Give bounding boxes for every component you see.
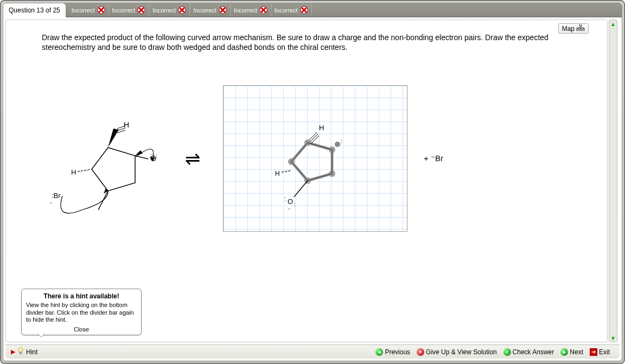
svg-rect-7 <box>576 29 578 30</box>
hint-popup-body: View the hint by clicking on the bottom … <box>26 302 137 324</box>
check-icon: ✓ <box>503 348 511 356</box>
attempt-label: Incorrect <box>275 7 298 14</box>
expand-triangle-icon: ▶ <box>11 348 15 355</box>
exit-button[interactable]: ➔ Exit <box>590 348 610 356</box>
incorrect-x-icon <box>219 6 227 14</box>
svg-text:H: H <box>275 170 280 177</box>
svg-text::Br: :Br <box>52 191 61 200</box>
check-label: Check Answer <box>513 348 554 356</box>
attempt-label: Incorrect <box>234 7 257 14</box>
question-tab-label: Question 13 of 25 <box>9 7 60 14</box>
reactant-structure: H O : .. H :Br .. <box>44 101 185 242</box>
previous-button[interactable]: ◄ Previous <box>375 348 410 356</box>
svg-rect-6 <box>579 24 582 26</box>
hint-popup: There is a hint available! View the hint… <box>21 289 142 335</box>
hint-popup-close[interactable]: Close <box>26 326 137 333</box>
hint-label: Hint <box>26 348 37 356</box>
svg-line-22 <box>78 171 80 172</box>
svg-text::: : <box>156 153 157 159</box>
giveup-label: Give Up & View Solution <box>426 348 497 356</box>
attempt-tab-3[interactable]: Incorrect <box>149 4 190 17</box>
vertical-scrollbar[interactable]: ▲ ▼ <box>609 20 617 342</box>
question-tab[interactable]: Question 13 of 25 <box>3 3 66 17</box>
bottom-bar: ▶ Hint ◄ Previous ✕ Give Up & View Solut… <box>5 344 620 359</box>
svg-line-46 <box>285 171 287 172</box>
content-area: Map Draw the expected product of the fol… <box>5 20 608 342</box>
attempt-label: Incorrect <box>193 7 216 14</box>
previous-label: Previous <box>385 348 410 356</box>
svg-marker-11 <box>108 129 119 148</box>
tab-row: Question 13 of 25 Incorrect Incorrect In… <box>3 3 622 17</box>
svg-rect-54 <box>20 352 22 354</box>
check-answer-button[interactable]: ✓ Check Answer <box>503 348 554 356</box>
sitemap-icon <box>576 24 585 33</box>
svg-text:H: H <box>71 168 76 176</box>
attempt-tab-6[interactable]: Incorrect <box>271 4 312 17</box>
incorrect-x-icon <box>178 6 186 14</box>
attempt-tab-4[interactable]: Incorrect <box>190 4 231 17</box>
equilibrium-arrow-icon: ⇌ <box>185 148 200 169</box>
svg-rect-9 <box>583 29 585 30</box>
incorrect-x-icon <box>300 6 308 14</box>
svg-point-42 <box>335 142 340 147</box>
scroll-down-icon[interactable]: ▼ <box>609 334 617 342</box>
attempt-tab-2[interactable]: Incorrect <box>109 4 150 17</box>
svg-text:H: H <box>319 124 324 132</box>
svg-line-30 <box>98 191 108 210</box>
attempt-label: Incorrect <box>72 7 95 14</box>
lightbulb-icon <box>17 347 24 356</box>
attempt-tab-1[interactable]: Incorrect <box>68 4 109 17</box>
svg-point-53 <box>18 348 23 353</box>
map-label: Map <box>562 25 575 33</box>
svg-line-23 <box>81 170 83 171</box>
scroll-up-icon[interactable]: ▲ <box>609 20 617 28</box>
svg-line-25 <box>87 169 90 170</box>
svg-marker-31 <box>291 143 332 181</box>
svg-text:..: .. <box>288 205 291 210</box>
question-prompt: Draw the expected product of the followi… <box>42 33 569 52</box>
map-button[interactable]: Map <box>558 23 589 34</box>
svg-text::: : <box>284 196 286 202</box>
svg-line-24 <box>84 170 86 171</box>
hint-toggle[interactable]: ▶ Hint <box>5 347 43 356</box>
svg-line-45 <box>282 171 284 173</box>
nav-buttons: ◄ Previous ✕ Give Up & View Solution ✓ C… <box>375 348 620 356</box>
drawing-canvas[interactable]: H : H O : : .. <box>223 85 407 232</box>
byproduct-text: + ⁻Br <box>424 154 443 163</box>
svg-rect-8 <box>579 29 582 30</box>
incorrect-x-icon <box>97 6 105 14</box>
incorrect-x-icon <box>137 6 145 14</box>
svg-line-47 <box>288 170 290 171</box>
next-button[interactable]: ► Next <box>560 348 583 356</box>
attempt-label: Incorrect <box>112 7 136 14</box>
incorrect-x-icon <box>259 6 267 14</box>
exit-label: Exit <box>599 348 610 356</box>
svg-text::: : <box>294 201 296 207</box>
attempt-label: Incorrect <box>152 7 176 14</box>
cancel-icon: ✕ <box>417 348 424 356</box>
giveup-button[interactable]: ✕ Give Up & View Solution <box>417 348 497 356</box>
svg-text::: : <box>341 138 342 144</box>
arrow-right-icon: ► <box>560 348 568 356</box>
exit-icon: ➔ <box>590 348 597 356</box>
svg-text:..: .. <box>49 199 53 205</box>
next-label: Next <box>570 348 583 356</box>
svg-text:H: H <box>124 120 129 129</box>
svg-marker-10 <box>92 148 135 191</box>
inner-frame: Question 13 of 25 Incorrect Incorrect In… <box>3 3 622 361</box>
app-frame: Question 13 of 25 Incorrect Incorrect In… <box>0 0 625 364</box>
svg-line-48 <box>294 181 308 197</box>
arrow-left-icon: ◄ <box>375 348 383 356</box>
attempt-tab-5[interactable]: Incorrect <box>231 4 271 17</box>
hint-popup-title: There is a hint available! <box>26 292 137 300</box>
